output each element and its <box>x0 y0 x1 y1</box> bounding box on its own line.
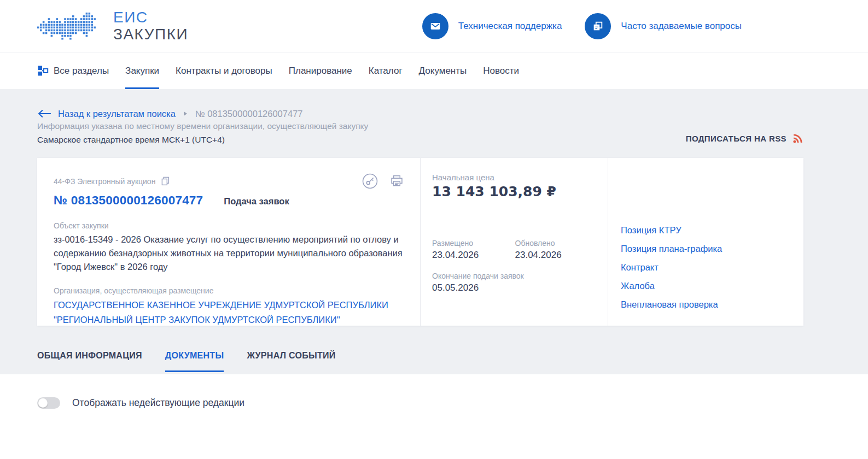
purchase-status: Подача заявок <box>224 196 289 207</box>
tab-documents[interactable]: ДОКУМЕНТЫ <box>165 348 224 372</box>
faq-label: Часто задаваемые вопросы <box>621 21 742 32</box>
updated-date-block: Обновлено 23.04.2026 <box>515 239 598 261</box>
placed-date-block: Размещено 23.04.2026 <box>432 239 515 261</box>
nav-item-contracts[interactable]: Контракты и договоры <box>176 52 272 89</box>
purchase-main-column: 44-ФЗ Электронный аукцион <box>37 158 421 326</box>
ktru-position-link[interactable]: Позиция КТРУ <box>621 225 794 236</box>
copy-icon[interactable] <box>161 176 170 186</box>
timezone-notice: Информация указана по местному времени о… <box>37 121 368 145</box>
tech-support-link[interactable]: Техническая поддержка <box>422 13 562 39</box>
nav-item-label: Новости <box>483 66 519 76</box>
notice-row: Информация указана по местному времени о… <box>37 121 803 145</box>
purchase-number-link[interactable]: № 0813500000126007477 <box>54 193 203 208</box>
show-invalid-revisions-label: Отображать недействующие редакции <box>72 397 244 409</box>
organization-link[interactable]: ГОСУДАРСТВЕННОЕ КАЗЕННОЕ УЧРЕЖДЕНИЕ УДМУ… <box>54 298 404 327</box>
logo-eis: ЕИС <box>113 9 188 26</box>
content-area: Назад к результатам поиска № 08135000001… <box>0 89 868 374</box>
schedule-position-link[interactable]: Позиция плана-графика <box>621 243 794 255</box>
placed-date: 23.04.2026 <box>432 250 515 261</box>
logo-text: ЕИС ЗАКУПКИ <box>113 9 188 42</box>
page: ЕИС ЗАКУПКИ Техническая поддержка <box>0 0 868 409</box>
nav-item-label: Документы <box>419 66 467 76</box>
mail-icon <box>422 13 448 39</box>
law-type-label: 44-ФЗ Электронный аукцион <box>54 177 155 186</box>
organization-label: Организация, осуществляющая размещение <box>54 286 404 295</box>
rss-icon <box>793 133 803 144</box>
nav-all-sections-label: Все разделы <box>54 66 109 76</box>
object-label: Объект закупки <box>54 221 404 230</box>
tab-event-log[interactable]: ЖУРНАЛ СОБЫТИЙ <box>247 348 335 372</box>
deadline-block: Окончание подачи заявок 05.05.2026 <box>432 272 598 293</box>
sitemap-icon <box>37 65 49 76</box>
nav-item-label: Каталог <box>369 66 403 76</box>
show-invalid-revisions-toggle[interactable] <box>37 397 60 409</box>
detail-tabs: ОБЩАЯ ИНФОРМАЦИЯ ДОКУМЕНТЫ ЖУРНАЛ СОБЫТИ… <box>37 348 831 372</box>
toggle-knob <box>38 398 48 408</box>
updated-label: Обновлено <box>515 239 598 248</box>
tab-general-info[interactable]: ОБЩАЯ ИНФОРМАЦИЯ <box>37 348 142 372</box>
nav-item-news[interactable]: Новости <box>483 52 519 89</box>
purchase-card: 44-ФЗ Электронный аукцион <box>37 158 803 326</box>
nav-item-purchases[interactable]: Закупки <box>125 52 159 89</box>
documents-tab-content: Отображать недействующие редакции <box>0 374 868 409</box>
rss-subscribe-label: ПОДПИСАТЬСЯ НА RSS <box>686 134 787 143</box>
back-arrow-icon[interactable] <box>37 109 51 118</box>
nav-item-catalog[interactable]: Каталог <box>369 52 403 89</box>
nav-item-documents[interactable]: Документы <box>419 52 467 89</box>
russia-dot-map-icon <box>37 9 105 43</box>
rss-subscribe-link[interactable]: ПОДПИСАТЬСЯ НА RSS <box>686 133 803 144</box>
main-nav: Все разделы Закупки Контракты и договоры… <box>0 52 868 89</box>
nav-item-label: Контракты и договоры <box>176 66 272 76</box>
back-to-search-link[interactable]: Назад к результатам поиска <box>58 109 176 119</box>
nav-item-label: Планирование <box>289 66 352 76</box>
purchase-price-column: Начальная цена 13 143 103,89 ₽ Размещено… <box>421 158 608 326</box>
logo-zakupki: ЗАКУПКИ <box>113 26 188 43</box>
unscheduled-inspection-link[interactable]: Внеплановая проверка <box>621 299 794 310</box>
breadcrumb: Назад к результатам поиска № 08135000001… <box>37 89 831 120</box>
complaint-link[interactable]: Жалоба <box>621 280 794 292</box>
nav-all-sections[interactable]: Все разделы <box>37 52 109 89</box>
object-text: зз-0016-15349 - 2026 Оказание услуг по о… <box>54 233 404 274</box>
deadline-label: Окончание подачи заявок <box>432 272 598 280</box>
nav-item-label: Закупки <box>125 66 159 76</box>
timezone-notice-line2: Самарское стандартное время МСК+1 (UTC+4… <box>37 135 368 145</box>
contract-link[interactable]: Контракт <box>621 262 794 273</box>
timezone-notice-line1: Информация указана по местному времени о… <box>37 121 368 131</box>
faq-icon <box>585 13 611 39</box>
updated-date: 23.04.2026 <box>515 250 598 261</box>
breadcrumb-current: № 0813500000126007477 <box>195 109 303 119</box>
placed-label: Размещено <box>432 239 515 248</box>
print-icon[interactable] <box>390 174 404 188</box>
nav-item-planning[interactable]: Планирование <box>289 52 352 89</box>
breadcrumb-separator-icon <box>184 111 187 116</box>
price-label: Начальная цена <box>432 173 598 182</box>
deadline-date: 05.05.2026 <box>432 283 598 293</box>
tech-support-label: Техническая поддержка <box>458 21 562 32</box>
faq-link[interactable]: Часто задаваемые вопросы <box>585 13 742 39</box>
header-links: Техническая поддержка Часто задаваемые в… <box>422 13 742 39</box>
eis-logo[interactable]: ЕИС ЗАКУПКИ <box>37 9 188 43</box>
price-value: 13 143 103,89 ₽ <box>432 184 598 199</box>
toggle-row: Отображать недействующие редакции <box>37 397 831 409</box>
header: ЕИС ЗАКУПКИ Техническая поддержка <box>0 0 868 52</box>
related-links-column: Позиция КТРУ Позиция плана-графика Контр… <box>608 158 803 326</box>
signature-key-icon[interactable] <box>362 173 378 189</box>
